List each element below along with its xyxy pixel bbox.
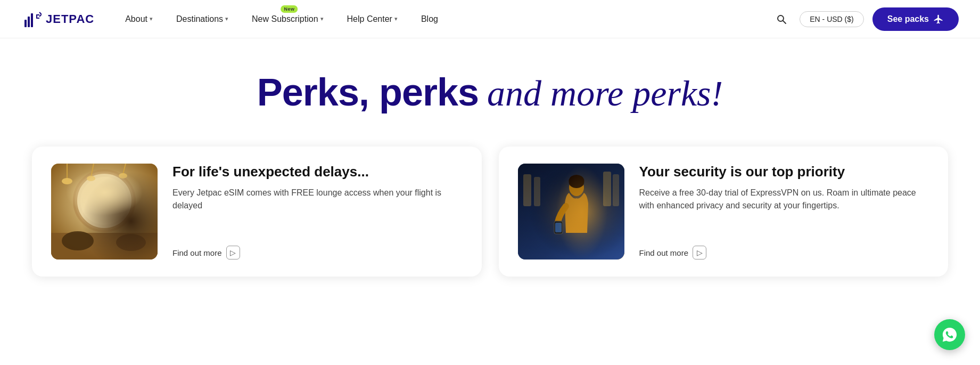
svg-point-8 [62,231,94,250]
search-button[interactable] [772,10,791,29]
svg-point-25 [569,177,584,188]
cards-section: For life's unexpected delays... Every Je… [0,136,980,309]
nav-item-blog[interactable]: Blog [411,0,448,38]
see-packs-button[interactable]: See packs [872,7,959,31]
svg-rect-19 [534,177,540,206]
svg-point-5 [75,172,134,230]
hero-bold-text: Perks, perks [257,70,479,114]
security-card-desc: Receive a free 30-day trial of ExpressVP… [639,186,929,212]
svg-rect-17 [518,164,624,259]
hero-section: Perks, perks and more perks! [0,38,980,136]
svg-line-12 [91,164,94,177]
svg-rect-24 [555,223,562,232]
security-card-content: Your security is our top priority Receiv… [639,164,929,259]
logo[interactable]: JETPAC [21,9,94,29]
airplane-icon [933,14,944,25]
lounge-find-out-more[interactable]: Find out more ▷ [172,246,463,259]
svg-point-11 [62,178,72,184]
svg-point-9 [116,234,146,251]
lounge-card-desc: Every Jetpac eSIM comes with FREE lounge… [172,186,463,212]
svg-point-13 [87,176,95,181]
svg-rect-18 [523,174,531,206]
svg-rect-1 [28,17,30,27]
nav-item-destinations[interactable]: Destinations ▾ [167,0,238,38]
svg-point-22 [569,179,584,196]
svg-rect-4 [51,164,158,259]
lounge-svg [51,164,158,259]
svg-rect-20 [603,172,611,206]
lounge-image [51,164,158,259]
security-image [518,164,624,259]
chevron-down-icon: ▾ [225,15,228,22]
security-find-out-more[interactable]: Find out more ▷ [639,246,929,259]
arrow-right-icon: ▷ [226,246,240,259]
arrow-right-icon: ▷ [693,246,706,259]
chevron-down-icon: ▾ [320,15,324,22]
chevron-down-icon: ▾ [394,15,398,22]
svg-point-15 [119,173,127,179]
chevron-down-icon: ▾ [150,15,153,22]
nav-right: EN - USD ($) See packs [772,7,959,31]
svg-rect-2 [31,13,33,27]
new-badge: New [281,5,298,13]
lounge-card-title: For life's unexpected delays... [172,164,463,180]
svg-line-14 [123,164,126,174]
security-svg [518,164,624,259]
hero-title: Perks, perks and more perks! [21,70,959,115]
navbar: JETPAC About ▾ Destinations ▾ New New Su… [0,0,980,38]
svg-point-6 [80,177,128,225]
card-security: Your security is our top priority Receiv… [499,147,949,277]
security-card-title: Your security is our top priority [639,164,929,180]
nav-item-about[interactable]: About ▾ [116,0,162,38]
nav-items: About ▾ Destinations ▾ New New Subscript… [116,0,772,38]
svg-rect-21 [613,174,619,206]
svg-rect-7 [51,233,158,259]
nav-item-help-center[interactable]: Help Center ▾ [337,0,407,38]
svg-rect-16 [518,164,624,259]
card-lounge: For life's unexpected delays... Every Je… [32,147,482,277]
hero-script-text: and more perks! [487,72,723,115]
svg-rect-0 [24,20,27,27]
logo-icon [21,9,42,29]
svg-rect-23 [554,221,563,234]
search-icon [776,14,787,25]
nav-item-subscription[interactable]: New New Subscription ▾ [242,0,333,38]
language-button[interactable]: EN - USD ($) [800,11,863,27]
lounge-card-content: For life's unexpected delays... Every Je… [172,164,463,259]
logo-text: JETPAC [46,12,94,26]
